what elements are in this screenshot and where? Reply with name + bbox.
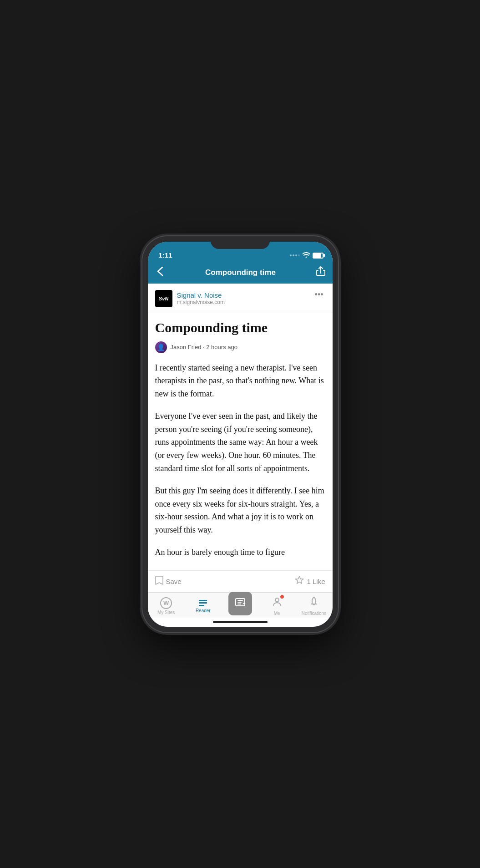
- avatar-face: 👤: [157, 344, 165, 351]
- phone-shell: 1:11: [142, 236, 338, 632]
- navbar-title: Compounding time: [205, 268, 276, 277]
- tab-compose-container: [222, 596, 258, 615]
- like-button[interactable]: 1 Like: [295, 576, 325, 587]
- status-time: 1:11: [159, 251, 172, 259]
- reader-icon: [198, 599, 208, 607]
- tab-my-sites[interactable]: W My Sites: [148, 597, 185, 615]
- like-label: 1 Like: [307, 578, 325, 585]
- author-meta: Jason Fried · 2 hours ago: [171, 344, 237, 350]
- tab-me[interactable]: Me: [258, 596, 295, 616]
- article-content: SvN Signal v. Noise m.signalvnoise.com •…: [148, 284, 333, 570]
- more-options-button[interactable]: •••: [313, 290, 325, 299]
- author-row: 👤 Jason Fried · 2 hours ago: [155, 341, 325, 353]
- paragraph-4: An hour is barely enough time to figure: [155, 546, 325, 559]
- me-badge: [280, 594, 284, 599]
- site-logo: SvN: [155, 290, 172, 307]
- tab-reader[interactable]: Reader: [185, 599, 222, 613]
- author-name: Jason Fried: [171, 344, 202, 350]
- tab-notifications-label: Notifications: [302, 611, 326, 616]
- site-name[interactable]: Signal v. Noise: [177, 291, 225, 299]
- article-timestamp: 2 hours ago: [206, 344, 237, 350]
- signal-dots: [290, 254, 300, 256]
- reader-line-1: [199, 600, 207, 601]
- battery-fill: [313, 254, 321, 258]
- signal-dot-3: [295, 254, 297, 256]
- home-bar: [213, 621, 268, 623]
- tab-notifications[interactable]: Notifications: [295, 596, 332, 616]
- article-text: I recently started seeing a new therapis…: [155, 361, 325, 559]
- article-site-header: SvN Signal v. Noise m.signalvnoise.com •…: [148, 284, 333, 312]
- site-text: Signal v. Noise m.signalvnoise.com: [177, 291, 225, 305]
- battery-icon: [313, 253, 323, 259]
- action-bar: Save 1 Like: [148, 570, 333, 592]
- save-button[interactable]: Save: [155, 575, 182, 588]
- paragraph-1: I recently started seeing a new therapis…: [155, 361, 325, 401]
- notch: [211, 236, 270, 249]
- article-body: Compounding time 👤 Jason Fried · 2 hours…: [148, 312, 333, 563]
- signal-dot-4: [298, 254, 300, 256]
- tab-bar: W My Sites Reader: [148, 592, 333, 618]
- me-icon: [272, 596, 283, 610]
- tab-reader-label: Reader: [196, 608, 211, 613]
- phone-screen: 1:11: [148, 242, 333, 627]
- author-avatar: 👤: [155, 341, 167, 353]
- signal-dot-2: [293, 254, 294, 256]
- avatar-image: 👤: [155, 341, 167, 353]
- wordpress-icon: W: [160, 597, 172, 609]
- paragraph-3: But this guy I'm seeing does it differen…: [155, 484, 325, 537]
- article-title: Compounding time: [155, 320, 325, 336]
- status-icons: [290, 252, 323, 259]
- paragraph-2: Everyone I've ever seen in the past, and…: [155, 410, 325, 475]
- signal-dot-1: [290, 254, 292, 256]
- reader-line-2: [199, 602, 207, 604]
- svg-point-2: [275, 598, 279, 602]
- site-info: SvN Signal v. Noise m.signalvnoise.com: [155, 290, 225, 307]
- reader-line-3: [199, 605, 204, 606]
- share-button[interactable]: [316, 266, 325, 279]
- site-logo-text: SvN: [159, 296, 168, 301]
- back-button[interactable]: [155, 264, 165, 281]
- tab-my-sites-label: My Sites: [157, 610, 175, 615]
- wifi-icon: [303, 252, 310, 259]
- tab-compose-button[interactable]: [228, 592, 252, 615]
- bookmark-icon: [155, 575, 163, 588]
- tab-me-label: Me: [274, 611, 280, 616]
- site-url: m.signalvnoise.com: [177, 299, 225, 305]
- compose-icon: [235, 597, 246, 610]
- notifications-icon: [308, 596, 319, 610]
- home-indicator: [148, 618, 333, 627]
- save-label: Save: [166, 578, 182, 585]
- navbar: Compounding time: [148, 262, 333, 284]
- star-icon: [295, 576, 304, 587]
